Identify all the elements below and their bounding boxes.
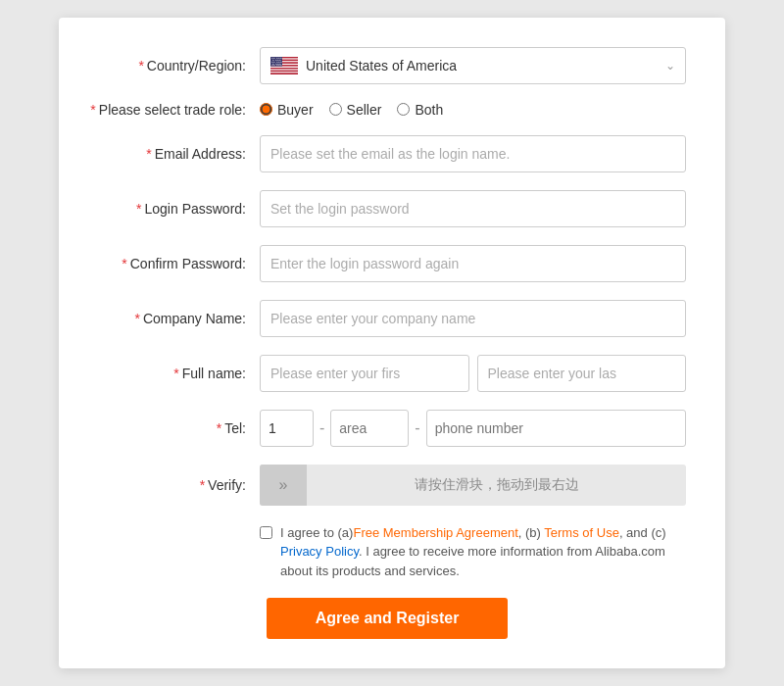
tel-sep-1: -	[319, 419, 324, 437]
confirm-password-label: *Confirm Password:	[88, 256, 260, 271]
fullname-row: *Full name:	[88, 355, 686, 392]
terms-of-use-link[interactable]: Terms of Use	[544, 525, 619, 540]
agreement-row: I agree to (a)Free Membership Agreement,…	[260, 523, 686, 581]
country-row: *Country/Region: ★★★★★	[88, 47, 686, 84]
verify-row: *Verify: » 请按住滑块，拖动到最右边	[88, 465, 686, 506]
tel-sep-2: -	[415, 419, 419, 437]
svg-rect-12	[270, 72, 298, 73]
confirm-password-input[interactable]	[260, 245, 686, 282]
trade-role-row: *Please select trade role: Buyer Seller …	[88, 102, 686, 118]
password-row: *Login Password:	[88, 190, 686, 227]
email-input[interactable]	[260, 135, 686, 172]
company-label: *Company Name:	[88, 311, 260, 326]
registration-form: *Country/Region: ★★★★★	[59, 18, 725, 669]
required-star-2: *	[90, 102, 95, 118]
agreement-checkbox[interactable]	[260, 526, 272, 539]
verify-label: *Verify:	[88, 477, 260, 493]
required-star: *	[138, 58, 143, 74]
tel-wrapper: - -	[260, 410, 686, 447]
verify-instruction: 请按住滑块，拖动到最右边	[307, 476, 686, 494]
tel-number-input[interactable]	[426, 410, 686, 447]
verify-arrows-icon: »	[260, 465, 307, 506]
email-row: *Email Address:	[88, 135, 686, 172]
radio-seller-label: Seller	[347, 102, 382, 118]
tel-area-input[interactable]	[330, 410, 409, 447]
radio-buyer-label: Buyer	[277, 102, 314, 118]
svg-rect-13	[270, 73, 298, 74]
register-button[interactable]: Agree and Register	[267, 598, 509, 639]
country-label: *Country/Region:	[88, 58, 260, 74]
register-row: Agree and Register	[88, 598, 686, 639]
trade-role-label: *Please select trade role:	[88, 102, 260, 118]
country-name: United States of America	[306, 58, 665, 74]
radio-seller-input[interactable]	[329, 103, 342, 116]
email-label: *Email Address:	[88, 146, 260, 162]
country-select[interactable]: ★★★★★ ★★★★ ★★★★★ ★★★★ ★★★★★ United State…	[260, 47, 686, 84]
password-input[interactable]	[260, 190, 686, 227]
company-row: *Company Name:	[88, 300, 686, 337]
chevron-down-icon: ⌄	[665, 59, 675, 73]
firstname-input[interactable]	[260, 355, 469, 392]
company-input[interactable]	[260, 300, 686, 337]
svg-rect-11	[270, 71, 298, 72]
svg-rect-10	[270, 69, 298, 70]
trade-role-group: Buyer Seller Both	[260, 102, 443, 118]
fullname-label: *Full name:	[88, 366, 260, 381]
radio-both-label: Both	[415, 102, 443, 118]
tel-label: *Tel:	[88, 420, 260, 436]
membership-agreement-link[interactable]: Free Membership Agreement	[353, 525, 517, 540]
svg-rect-8	[270, 66, 298, 67]
lastname-input[interactable]	[477, 355, 687, 392]
fullname-wrapper	[260, 355, 686, 392]
verify-slider[interactable]: » 请按住滑块，拖动到最右边	[260, 465, 686, 506]
radio-buyer-input[interactable]	[260, 103, 272, 116]
agreement-text: I agree to (a)Free Membership Agreement,…	[280, 523, 686, 581]
tel-row: *Tel: - -	[88, 410, 686, 447]
radio-both-input[interactable]	[397, 103, 410, 116]
tel-country-code[interactable]	[260, 410, 314, 447]
radio-seller[interactable]: Seller	[329, 102, 382, 118]
svg-rect-9	[270, 68, 298, 69]
privacy-policy-link[interactable]: Privacy Policy	[280, 544, 359, 559]
password-label: *Login Password:	[88, 201, 260, 217]
radio-both[interactable]: Both	[397, 102, 443, 118]
radio-buyer[interactable]: Buyer	[260, 102, 314, 118]
us-flag-icon: ★★★★★ ★★★★ ★★★★★ ★★★★ ★★★★★	[270, 57, 298, 74]
confirm-password-row: *Confirm Password:	[88, 245, 686, 282]
